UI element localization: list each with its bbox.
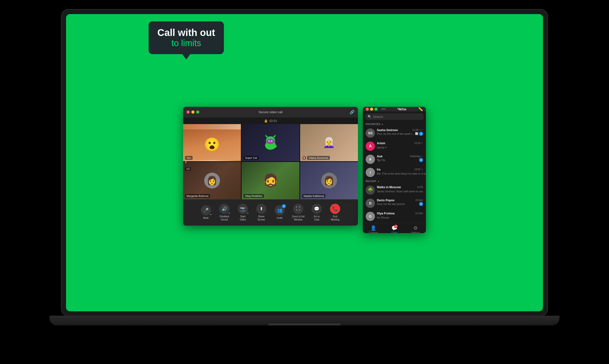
chat-item-ira[interactable]: I Ira 13:55 ✓ Me: This is the best thing… <box>363 166 426 179</box>
sasha-icons: 🔄 2 <box>415 132 423 136</box>
mute-button[interactable]: 🎤 ••• Mute <box>197 204 215 221</box>
anya-content: Аня Yesterday ✓ 📎 File 1 <box>377 155 423 162</box>
walks-name: Walks in Moscow <box>377 185 401 189</box>
chat-minimize[interactable] <box>370 108 373 111</box>
zoom-icon: ⛶ <box>293 204 303 214</box>
recent-header: RECENT ▲ <box>363 179 426 183</box>
fullscreen-button[interactable] <box>196 110 199 114</box>
avatar-walks: 🌳 <box>366 185 375 195</box>
sasha-react-icon: 🔄 <box>415 132 418 135</box>
chat-traffic-lights <box>366 108 377 111</box>
lock-icon: 🔒 <box>264 119 268 123</box>
denis-time: 23 Dec <box>415 199 423 202</box>
contacts-label: Contacts <box>369 231 378 233</box>
olya-preview: No Please <box>377 216 389 219</box>
end-meeting-button[interactable]: 📞 EndMeeting <box>326 202 344 223</box>
search-icon: 🔍 <box>368 115 372 118</box>
anton-time: 13:33 ✓ <box>414 142 423 144</box>
contacts-icon: 👤 <box>370 225 376 231</box>
speech-bubble: Call with out to limits <box>149 21 224 54</box>
chat-close[interactable] <box>366 108 369 111</box>
denis-name: Denis Popov <box>377 199 395 202</box>
svg-point-11 <box>270 142 271 143</box>
chat-item-sasha[interactable]: SS Sasha Smirnov 11:29 ✓✓ Plus, by the e <box>363 127 426 140</box>
chats-badge: 46 <box>394 225 398 228</box>
svg-point-9 <box>269 141 270 141</box>
denis-header: Denis Popov 23 Dec <box>377 199 423 202</box>
svg-point-10 <box>272 141 272 141</box>
recent-label: RECENT <box>366 180 376 182</box>
zoom-window-button[interactable]: ⛶ Zoom to fullWindow <box>289 202 307 223</box>
chat-item-walks[interactable]: 🌳 Walks in Moscow 14:45 Sasha Smirnov: N… <box>363 183 426 197</box>
go-to-chat-icon: 💬 <box>311 204 322 214</box>
denis-badge: 2 <box>419 202 423 206</box>
chat-item-anya[interactable]: А Аня Yesterday ✓ 📎 File 1 <box>363 153 426 166</box>
walks-header: Walks in Moscow 14:45 <box>377 185 423 189</box>
anya-badge: 1 <box>419 158 423 162</box>
chat-panel: ••• Чаты ✏️ 🔍 Search FAVORITES <box>363 107 426 233</box>
olya-content: Olya Frolova 21 Dec No Please <box>377 212 423 220</box>
start-video-label: StartVideo <box>240 215 246 221</box>
share-screen-button[interactable]: ⬆ ShareScreen <box>253 202 270 223</box>
sasha-header: Sasha Smirnov 11:29 ✓✓ <box>377 129 423 132</box>
screen-bezel: Call with out to limits Secure video cal… <box>62 10 547 316</box>
start-video-button[interactable]: 📷 ••• StartVideo <box>234 202 252 223</box>
search-placeholder: Search <box>373 115 383 118</box>
prev-page-arrow[interactable]: ‹ <box>185 159 187 164</box>
traffic-lights <box>186 110 199 114</box>
video-cell-uliana: 👩‍🦳 🔇 Uliana Suvorova <box>300 124 358 161</box>
anton-header: Anton 13:33 ✓ <box>377 142 423 145</box>
sasha-name: Sasha Smirnov <box>377 129 398 132</box>
close-button[interactable] <box>186 110 190 114</box>
laptop-screen: Call with out to limits Secure video cal… <box>66 14 543 311</box>
chat-search-area: 🔍 Search <box>363 111 426 122</box>
screen-content: Secure video call 🔗 🔒 02:01 ‹ 1/3 <box>183 107 426 233</box>
link-icon: 🔗 <box>350 110 354 114</box>
bubble-line1: Call with out <box>157 27 215 38</box>
nav-settings[interactable]: ⚙ Settings <box>405 225 426 233</box>
denis-content: Denis Popov 23 Dec Give me the last pict… <box>377 199 423 206</box>
ira-time: 13:55 ✓ <box>414 168 423 171</box>
svg-point-6 <box>266 139 275 144</box>
chat-item-anton[interactable]: A Anton 13:33 ✓ typing •• <box>363 140 426 153</box>
avatar-sasha: SS <box>366 129 375 138</box>
chat-titlebar: ••• Чаты ✏️ <box>363 107 426 111</box>
nav-chats[interactable]: 💬 Chats 46 <box>384 225 405 233</box>
chat-item-olya[interactable]: O Olya Frolova 21 Dec No Please <box>363 210 426 223</box>
start-video-icon: 📷 ••• <box>238 204 248 214</box>
minimize-button[interactable] <box>191 110 194 114</box>
anya-header: Аня Yesterday ✓ <box>377 155 423 158</box>
search-box[interactable]: 🔍 Search <box>365 113 424 120</box>
svg-point-13 <box>273 145 275 146</box>
denis-row: Give me the last picture 2 <box>377 202 423 206</box>
bubble-line2: to limits <box>157 38 215 48</box>
chats-label: Chats <box>391 231 398 233</box>
call-timer: 02:01 <box>269 119 277 123</box>
nav-contacts[interactable]: 👤 Contacts <box>363 225 384 233</box>
invite-button[interactable]: 👥 3 Invite <box>271 204 288 221</box>
cat-mascot <box>261 133 280 152</box>
olya-name: Olya Frolova <box>377 212 395 215</box>
settings-label: Settings <box>411 231 420 233</box>
chat-item-denis[interactable]: D Denis Popov 23 Dec Give me the last pi… <box>363 197 426 210</box>
olya-time: 21 Dec <box>415 212 423 215</box>
disabled-sound-button[interactable]: 🔊 ••• DisabledSound <box>216 202 233 223</box>
chat-fullscreen[interactable] <box>375 108 377 111</box>
video-dots: ••• <box>247 212 248 214</box>
favorites-chevron: ▲ <box>381 123 383 125</box>
mute-label: Mute <box>203 216 208 220</box>
anya-row: 📎 File 1 <box>377 158 423 162</box>
chat-more-icon[interactable]: ••• <box>381 107 386 111</box>
end-meeting-label: EndMeeting <box>331 215 339 221</box>
share-screen-label: ShareScreen <box>257 215 265 221</box>
go-to-chat-button[interactable]: 💬 Go toChat <box>308 202 325 223</box>
mute-icon: 🎤 ••• <box>201 205 211 215</box>
favorites-label: FAVORITES <box>366 123 380 126</box>
compose-icon[interactable]: ✏️ <box>418 107 423 111</box>
olya-header: Olya Frolova 21 Dec <box>377 212 423 215</box>
avatar-anton: A <box>366 142 375 151</box>
avatar-ira: I <box>366 168 375 177</box>
invite-icon: 👥 3 <box>275 205 285 215</box>
sasha-read-icon: ✓✓ <box>419 129 423 131</box>
window-title: Secure video call <box>259 110 283 114</box>
